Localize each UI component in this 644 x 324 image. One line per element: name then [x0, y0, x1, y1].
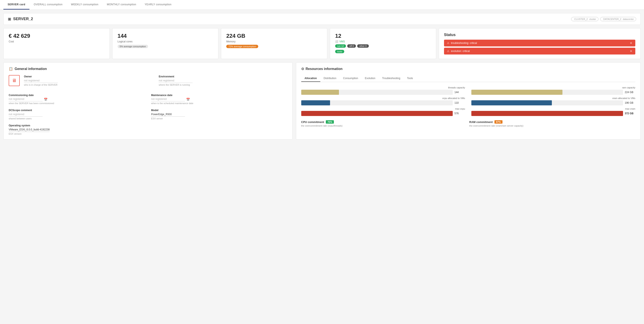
owner-field: Owner not registered who is in charge of… — [24, 75, 152, 90]
cpu-commitment-desc: the overcommitment rate (vcpu/threads) — [301, 124, 467, 127]
ram-capacity-fill — [471, 90, 562, 95]
os-value: VMware_ESXi_6.0.0_build-4192238 — [9, 128, 50, 132]
res-tab-consumption[interactable]: Consumption — [340, 75, 362, 82]
commissioning-date-label: Commissioning date — [9, 94, 145, 97]
res-tab-distribution[interactable]: Distribution — [320, 75, 340, 82]
tab-weekly-consumption[interactable]: WEEKLY consumption — [67, 0, 102, 10]
vram-allocated-label: vram allocated to VMs — [471, 97, 635, 99]
cost-label: Cost — [9, 40, 104, 43]
general-info-title: 📋 General information — [9, 67, 287, 71]
bars-left: threads capacity 144 vcpu allocated to V… — [301, 86, 465, 116]
os-hint: ESX version — [9, 133, 287, 135]
cpu-commitment: CPU commitment 76% the overcommitment ra… — [301, 120, 467, 127]
memory-badge: 72% average consumption — [226, 45, 258, 48]
os-field: Operating system VMware_ESXi_6.0.0_build… — [9, 124, 287, 135]
vram-allocated-value: 196 GB — [625, 101, 635, 104]
alert-troubleshooting-close[interactable]: ✕ — [630, 41, 632, 45]
ram-commitment-pct: 87% — [494, 120, 502, 124]
logical-cores-badge: 5% average consumption — [118, 45, 148, 48]
vcpu-allocated-bar: 110 — [301, 100, 465, 105]
maintenance-date-input: not registered 📅 — [151, 98, 287, 101]
max-vcpu-fill — [301, 111, 453, 116]
threads-capacity-bar: 144 — [301, 90, 465, 95]
cluster-tag[interactable]: CLUSTER_2 cluster — [571, 17, 598, 21]
dcscope-comment-field: DCScope comment not registered shared be… — [9, 109, 145, 120]
res-tab-allocation[interactable]: Allocation — [301, 75, 320, 82]
cost-value: € 42 629 — [9, 33, 104, 39]
maintenance-calendar-icon[interactable]: 📅 — [186, 98, 190, 101]
res-tab-evolution[interactable]: Evolution — [362, 75, 378, 82]
threads-capacity-label: threads capacity — [301, 86, 465, 89]
logical-cores-label: Logical cores — [118, 40, 213, 43]
alert-warning-icon: ⚠ — [447, 42, 449, 45]
tab-yearly-consumption[interactable]: YEARLY consumption — [140, 0, 176, 10]
res-tab-troubleshooting[interactable]: Troubleshooting — [379, 75, 404, 82]
server-visual-icon: 🖥 — [12, 78, 16, 83]
datacenter-tag-name: DATACENTER_2 — [603, 18, 621, 20]
tab-server-card[interactable]: SERVER card — [4, 0, 30, 10]
ram-capacity-value: 224 GB — [625, 91, 635, 94]
tabs-bar: SERVER card OVERALL consumption WEEKLY c… — [0, 0, 644, 10]
memory-card: 224 GB Memory 72% average consumption — [221, 28, 327, 59]
dcscope-comment-value: not registered — [9, 113, 42, 117]
owner-value: not registered — [24, 79, 58, 83]
maintenance-date-field: Maintenance date not registered 📅 when i… — [151, 94, 287, 105]
commissioning-date-value: not registered — [9, 98, 42, 101]
threads-capacity-fill — [301, 90, 339, 95]
status-alerts: ⚠ troubleshooting: critical ✕ ⚠ evolutio… — [444, 40, 635, 55]
max-vcpu-value: 576 — [454, 112, 465, 115]
logical-cores-card: 144 Logical cores 5% average consumption — [112, 28, 218, 59]
bars-right: ram capacity 224 GB vram allocated to VM… — [471, 86, 635, 116]
vcpu-allocated-track — [301, 100, 453, 105]
vram-allocated-track — [471, 100, 623, 105]
threads-capacity-value: 144 — [454, 91, 465, 94]
cost-card: € 42 629 Cost — [4, 28, 110, 59]
vcpu-allocated-row: vcpu allocated to VMs 110 — [301, 97, 465, 105]
ram-capacity-row: ram capacity 224 GB — [471, 86, 635, 95]
memory-label: Memory — [226, 40, 322, 43]
server-name: SERVER_2 — [13, 17, 33, 21]
alert-evolution-text: evolution: critical — [451, 50, 470, 53]
stats-row: € 42 629 Cost 144 Logical cores 5% avera… — [4, 28, 640, 59]
ram-capacity-track — [471, 90, 623, 95]
tab-monthly-consumption[interactable]: MONTHLY consumption — [102, 0, 140, 10]
server-icon-box: 🖥 — [9, 75, 20, 86]
commitment-row: CPU commitment 76% the overcommitment ra… — [301, 120, 635, 127]
commissioning-calendar-icon[interactable]: 📅 — [44, 98, 48, 101]
vms-card: 12 ⬜ VMS run 12 off 0 other 0 tools — [330, 28, 436, 59]
server-title-group: ▣ SERVER_2 — [8, 17, 33, 21]
vcpu-allocated-label: vcpu allocated to VMs — [301, 97, 465, 99]
resources-icon: ⊙ — [301, 67, 304, 71]
max-vram-bar: 372 GB — [471, 111, 635, 116]
alert-warning-icon-2: ⚠ — [447, 50, 449, 53]
bars-grid: threads capacity 144 vcpu allocated to V… — [301, 86, 635, 116]
cpu-commitment-title: CPU commitment 76% — [301, 120, 467, 124]
os-label: Operating system — [9, 124, 287, 127]
res-tab-tools[interactable]: Tools — [404, 75, 416, 82]
page-content: ▣ SERVER_2 CLUSTER_2 cluster DATACENTER_… — [0, 10, 644, 143]
cpu-commitment-pct: 76% — [326, 120, 334, 124]
status-title: Status — [444, 33, 635, 37]
alert-evolution-close[interactable]: ✕ — [630, 49, 632, 53]
general-info-icon: 📋 — [9, 67, 13, 71]
status-alert-evolution: ⚠ evolution: critical ✕ — [444, 48, 635, 55]
vms-title: ⬜ VMS — [335, 40, 431, 43]
vms-off-badge: off 0 — [347, 44, 356, 48]
vcpu-allocated-value: 110 — [454, 101, 465, 104]
server-tags-group: CLUSTER_2 cluster DATACENTER_2 datacente… — [571, 17, 636, 21]
ram-commitment-title: RAM commitment 87% — [469, 120, 635, 124]
datacenter-tag[interactable]: DATACENTER_2 datacenter — [600, 17, 636, 21]
vram-allocated-row: vram allocated to VMs 196 GB — [471, 97, 635, 105]
cluster-tag-type: cluster — [589, 18, 596, 20]
resources-tabs: Allocation Distribution Consumption Evol… — [301, 75, 635, 82]
dcscope-comment-hint: shared between users — [9, 117, 145, 120]
threads-capacity-track — [301, 90, 453, 95]
vms-run-badge: run 12 — [335, 44, 346, 48]
general-info-card: 📋 General information 🖥 Owner not regist… — [4, 62, 292, 140]
ram-capacity-bar: 224 GB — [471, 90, 635, 95]
tab-overall-consumption[interactable]: OVERALL consumption — [30, 0, 67, 10]
commissioning-date-input: not registered 📅 — [9, 98, 145, 101]
max-vcpu-row: max vcpu 576 — [301, 108, 465, 116]
maintenance-date-value: not registered — [151, 98, 185, 101]
model-value: PowerEdge_R930 — [151, 113, 185, 117]
